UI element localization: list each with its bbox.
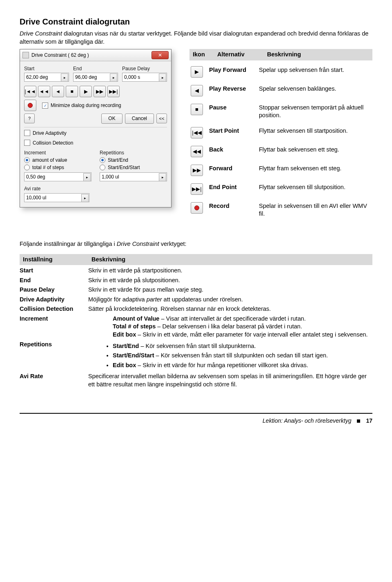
rep-ses-b: Start/End/Start (113, 352, 154, 359)
col-alt: Alternativ (217, 51, 262, 59)
adaptivity-checkbox[interactable] (24, 130, 30, 136)
back-button[interactable]: ◄◄ (38, 86, 50, 97)
repetitions-input[interactable] (100, 172, 167, 181)
drive-constraint-window: Drive Constraint ( 62 deg ) ✕ Start ▸ En… (20, 49, 172, 207)
forward-desc: Flyttar fram sekvensen ett steg. (259, 165, 372, 173)
rep-ses: Start/End/Start – Kör sekvensen från sta… (113, 352, 372, 360)
setting-pause-label: Pause Delay (20, 286, 88, 294)
dropdown-icon[interactable]: ▸ (83, 173, 91, 181)
increment-input[interactable] (24, 172, 91, 181)
setting-row-collision: Collision Detection Sätter på krockdetek… (20, 305, 372, 313)
rep-se-t: – Kör sekvensen från start till slutpunk… (139, 343, 256, 349)
dropdown-icon[interactable]: ▸ (159, 173, 166, 181)
inc-amount-t: – Visar att intervallet är det specifice… (159, 315, 305, 322)
col-setting-desc: Beskrivning (91, 256, 369, 264)
icon-row-start-point: |◀◀ Start Point Flyttar sekvensen till s… (189, 127, 372, 138)
inc-edit-t: – Skriv in ett värde, mått eller paramet… (136, 331, 368, 338)
intro-text: Drive Constraint dialogrutan visas när d… (20, 30, 372, 46)
avi-rate-input[interactable] (24, 193, 89, 202)
setting-repetitions-desc: Start/End – Kör sekvensen från start til… (88, 341, 372, 371)
play-forward-desc: Spelar upp sekvensen från start. (259, 66, 372, 74)
dropdown-icon[interactable]: ▸ (61, 74, 68, 82)
pause-button[interactable]: ■ (66, 86, 78, 97)
end-point-label: End Point (209, 183, 254, 192)
record-legend-icon (191, 202, 203, 214)
forward-icon: ▶▶ (191, 165, 203, 176)
window-titlebar: Drive Constraint ( 62 deg ) ✕ (20, 49, 171, 61)
collision-label: Collision Detection (33, 140, 73, 146)
close-button[interactable]: ✕ (151, 51, 169, 59)
start-label: Start (24, 65, 69, 72)
setting-row-adaptivity: Drive Adaptivity Möjliggör för adaptiva … (20, 296, 372, 304)
start-point-button[interactable]: |◄◄ (24, 86, 36, 97)
icon-row-play-reverse: ◀ Play Reverse Spelar sekvensen baklänge… (189, 85, 372, 96)
start-end-start-radio[interactable] (100, 165, 105, 170)
settings-intro-c: verktyget: (159, 241, 187, 247)
footer-page-number: 17 (366, 417, 372, 425)
dropdown-icon[interactable]: ▸ (81, 194, 89, 202)
window-title: Drive Constraint ( 62 deg ) (31, 52, 89, 58)
play-reverse-icon: ◀ (191, 85, 203, 96)
rep-se-b: Start/End (113, 343, 139, 349)
page-footer: Lektion: Analys- och rörelseverktyg 17 (20, 413, 372, 425)
minimize-checkbox[interactable]: ✓ (42, 103, 48, 109)
settings-intro: Följande inställningar är tillgängliga i… (20, 240, 372, 248)
icon-table-header: Ikon Alternativ Beskrivning (189, 49, 372, 60)
play-forward-button[interactable]: ▶ (80, 86, 92, 97)
play-forward-icon: ▶ (191, 66, 203, 78)
record-button[interactable] (24, 100, 36, 111)
playback-buttons: |◄◄ ◄◄ ◄ ■ ▶ ▶▶ ▶▶| (24, 86, 167, 97)
rep-ses-t: – Kör sekvensen från start till slutpunk… (154, 352, 328, 359)
dropdown-icon[interactable]: ▸ (159, 74, 166, 82)
play-reverse-button[interactable]: ◄ (52, 86, 64, 97)
ok-button[interactable]: OK (101, 114, 122, 123)
setting-increment-label: Increment (20, 315, 88, 323)
icon-row-end-point: ▶▶| End Point Flyttar sekvensen till slu… (189, 183, 372, 195)
setting-avi-desc: Specificerar intervallet mellan bilderna… (88, 372, 372, 388)
setting-start-desc: Skriv in ett värde på startpositionen. (88, 267, 372, 275)
rep-se: Start/End – Kör sekvensen från start til… (113, 342, 372, 350)
inc-total-b: Total # of steps (113, 323, 156, 330)
settings-intro-a: Följande inställningar är tillgängliga i (20, 241, 117, 247)
amount-radio[interactable] (24, 157, 30, 163)
start-point-desc: Flyttar sekvensen till startposition. (259, 127, 372, 135)
inc-edit-b: Edit box (113, 331, 136, 338)
adapt-a: Möjliggör för adaptiva (88, 296, 147, 303)
collapse-button[interactable]: << (156, 114, 167, 123)
settings-intro-italic: Drive Constraint (117, 241, 159, 247)
help-button[interactable]: ? (24, 114, 35, 123)
start-end-start-label: Start/End/Start (108, 164, 140, 171)
start-end-label: Start/End (108, 157, 128, 163)
play-reverse-label: Play Reverse (209, 85, 254, 93)
setting-end-label: End (20, 277, 88, 285)
dialog-image: Drive Constraint ( 62 deg ) ✕ Start ▸ En… (20, 49, 175, 225)
icon-row-forward: ▶▶ Forward Flyttar fram sekvensen ett st… (189, 165, 372, 176)
pause-label: Pause (209, 104, 254, 112)
setting-row-pause: Pause Delay Skriv in ett värde för paus … (20, 286, 372, 294)
start-end-radio[interactable] (100, 157, 105, 163)
end-point-button[interactable]: ▶▶| (107, 86, 120, 97)
window-icon (22, 52, 29, 58)
end-point-icon: ▶▶| (191, 183, 203, 195)
total-steps-radio[interactable] (24, 165, 30, 170)
collision-checkbox[interactable] (24, 140, 30, 146)
setting-avi-label: Avi Rate (20, 372, 88, 381)
back-label: Back (209, 146, 254, 154)
icon-row-record: Record Spelar in sekvensen till en AVI e… (189, 202, 372, 218)
back-desc: Flyttar bak sekvensen ett steg. (259, 146, 372, 154)
intro-italic: Drive Constraint (20, 30, 62, 37)
start-point-icon: |◀◀ (191, 127, 203, 138)
col-setting: Inställning (23, 256, 91, 264)
col-desc: Beskrivning (267, 51, 369, 59)
forward-button[interactable]: ▶▶ (94, 86, 106, 97)
setting-collision-desc: Sätter på krockdetektering. Rörelsen sta… (88, 305, 372, 313)
play-forward-label: Play Forward (209, 66, 254, 74)
cancel-button[interactable]: Cancel (125, 114, 154, 123)
dropdown-icon[interactable]: ▸ (110, 74, 117, 82)
inc-amount-b: Amount of Value (113, 315, 159, 322)
amount-label: amount of value (32, 157, 67, 163)
inc-total-t: – Delar sekvensen i lika delar baserat p… (156, 323, 302, 330)
avi-rate-label: Avi rate (24, 185, 167, 192)
setting-start-label: Start (20, 267, 88, 275)
rep-ed-b: Edit box (113, 362, 136, 368)
